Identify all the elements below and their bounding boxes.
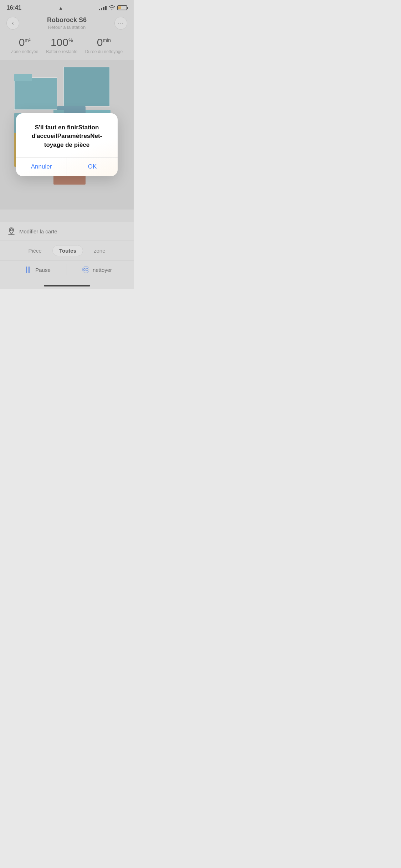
dialog-content: S'il faut en finirStation d'accueilParam… [16, 113, 118, 157]
dialog-title: S'il faut en finirStation d'accueilParam… [25, 123, 109, 150]
dialog-actions: Annuler OK [16, 157, 118, 176]
dialog-box: S'il faut en finirStation d'accueilParam… [16, 113, 118, 176]
cancel-button[interactable]: Annuler [16, 157, 67, 176]
dialog-overlay: S'il faut en finirStation d'accueilParam… [0, 0, 134, 289]
ok-button[interactable]: OK [67, 157, 118, 176]
